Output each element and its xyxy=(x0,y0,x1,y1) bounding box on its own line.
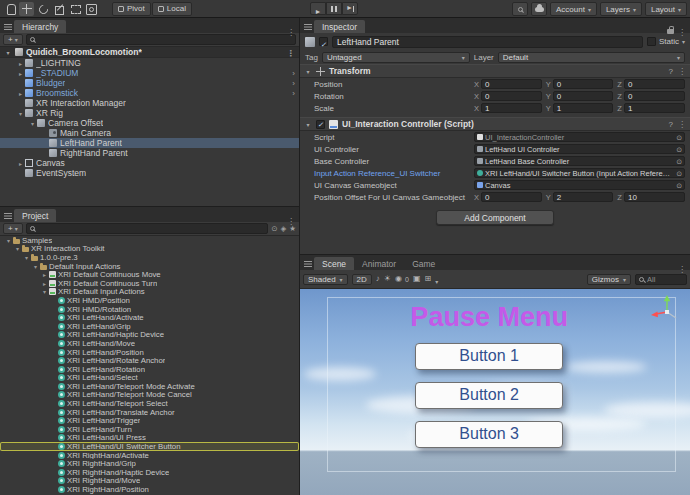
ui-button[interactable]: Button 2 xyxy=(415,382,563,409)
project-row[interactable]: XRI HMD/Position xyxy=(0,296,299,305)
z-input[interactable]: 1 xyxy=(624,103,685,113)
search-by-type-icon[interactable] xyxy=(271,224,277,233)
panel-menu-icon[interactable] xyxy=(287,210,295,228)
fold-arrow-icon[interactable] xyxy=(16,88,25,98)
project-row[interactable]: XRI LeftHand/Teleport Mode Cancel xyxy=(0,391,299,400)
project-row[interactable]: XRI RightHand/Move xyxy=(0,477,299,486)
hierarchy-search-input[interactable] xyxy=(26,34,296,45)
hierarchy-row[interactable]: Broomstick xyxy=(0,88,299,98)
fold-arrow-icon[interactable] xyxy=(31,262,40,271)
fold-arrow-icon[interactable] xyxy=(16,68,25,78)
help-icon[interactable] xyxy=(669,119,673,129)
play-button[interactable] xyxy=(310,2,326,15)
object-picker-icon[interactable] xyxy=(674,169,682,178)
tool-button[interactable] xyxy=(67,2,82,16)
panel-menu-icon[interactable] xyxy=(678,258,686,276)
object-picker-icon[interactable] xyxy=(674,145,682,154)
project-row[interactable]: XRI LeftHand/Move xyxy=(0,339,299,348)
project-row[interactable]: XRI Default Continuous Move xyxy=(0,270,299,279)
tool-button[interactable] xyxy=(3,2,18,16)
gizmos-dropdown[interactable]: Gizmos xyxy=(587,274,631,285)
create-object-button[interactable]: + xyxy=(3,34,23,45)
project-row[interactable]: XRI HMD/Rotation xyxy=(0,305,299,314)
fold-arrow-icon[interactable] xyxy=(28,118,37,128)
project-row[interactable]: Default Input Actions xyxy=(0,262,299,271)
project-row[interactable]: XRI Default Continuous Turn xyxy=(0,279,299,288)
fold-arrow-icon[interactable] xyxy=(304,119,312,129)
object-reference-field[interactable]: XRI LeftHand/UI Switcher Button (Input A… xyxy=(474,168,685,178)
hierarchy-row[interactable]: Bludger xyxy=(0,78,299,88)
project-row[interactable]: XRI LeftHand/Activate xyxy=(0,313,299,322)
hierarchy-row[interactable]: Canvas xyxy=(0,158,299,168)
active-checkbox[interactable] xyxy=(319,37,328,46)
fold-arrow-icon[interactable] xyxy=(304,66,312,76)
lock-icon[interactable] xyxy=(667,29,674,34)
project-row[interactable]: XRI LeftHand/Translate Anchor xyxy=(0,408,299,417)
script-component-header[interactable]: UI_Interaction Controller (Script) xyxy=(300,117,690,131)
project-row[interactable]: XRI LeftHand/UI Press xyxy=(0,434,299,443)
hierarchy-row[interactable]: XR Interaction Manager xyxy=(0,98,299,108)
tool-button[interactable] xyxy=(19,2,34,16)
tab-project[interactable]: Project xyxy=(14,209,56,222)
project-row[interactable]: XR Interaction Toolkit xyxy=(0,245,299,254)
transform-component-header[interactable]: Transform xyxy=(300,64,690,78)
tab-inspector[interactable]: Inspector xyxy=(314,20,365,33)
fold-arrow-icon[interactable] xyxy=(16,58,25,68)
panel-menu-icon[interactable] xyxy=(678,21,686,39)
project-row[interactable]: XRI RightHand/Position xyxy=(0,485,299,494)
project-row[interactable]: Samples xyxy=(0,236,299,245)
z-input[interactable]: 0 xyxy=(624,91,685,101)
effects-toggle-icon[interactable] xyxy=(384,275,391,283)
tab-hierarchy[interactable]: Hierarchy xyxy=(14,20,66,33)
pane-menu-icon[interactable] xyxy=(304,23,312,31)
y-input[interactable]: 0 xyxy=(553,79,614,89)
fold-arrow-icon[interactable] xyxy=(16,108,25,118)
project-row[interactable]: XRI RightHand/Grip xyxy=(0,459,299,468)
project-row[interactable]: XRI LeftHand/Grip xyxy=(0,322,299,331)
component-menu-icon[interactable] xyxy=(678,119,686,129)
axis-gizmo[interactable] xyxy=(648,293,684,327)
pause-button[interactable] xyxy=(326,2,342,15)
pane-menu-icon[interactable] xyxy=(4,212,12,220)
y-input[interactable]: 2 xyxy=(553,192,614,202)
fold-arrow-icon[interactable] xyxy=(40,288,49,297)
audio-toggle-icon[interactable] xyxy=(376,275,380,283)
y-input[interactable]: 1 xyxy=(553,103,614,113)
step-button[interactable] xyxy=(342,2,358,15)
fold-arrow-icon[interactable] xyxy=(40,279,49,288)
z-input[interactable]: 0 xyxy=(624,79,685,89)
project-row[interactable]: 1.0.0-pre.3 xyxy=(0,253,299,262)
fold-arrow-icon[interactable] xyxy=(13,245,22,254)
fold-arrow-icon[interactable] xyxy=(40,270,49,279)
scene-viewport[interactable]: Pause Menu Button 1Button 2Button 3 xyxy=(300,289,690,495)
scene-visibility-icon[interactable] xyxy=(395,275,402,283)
tool-button[interactable] xyxy=(51,2,66,16)
object-picker-icon[interactable] xyxy=(674,133,682,142)
project-row[interactable]: XRI LeftHand/UI Switcher Button xyxy=(0,442,299,451)
help-icon[interactable] xyxy=(669,66,673,76)
project-row[interactable]: XRI LeftHand/Turn xyxy=(0,425,299,434)
project-row[interactable]: XRI RightHand/Haptic Device xyxy=(0,468,299,477)
add-component-button[interactable]: Add Component xyxy=(436,210,554,225)
x-input[interactable]: 1 xyxy=(481,103,542,113)
cloud-services-button[interactable] xyxy=(531,2,547,16)
object-picker-icon[interactable] xyxy=(674,157,682,166)
tool-button[interactable] xyxy=(83,2,98,16)
pane-menu-icon[interactable] xyxy=(304,260,312,268)
view-tab[interactable]: Scene xyxy=(314,257,354,270)
hierarchy-row[interactable]: LeftHand Parent xyxy=(0,138,299,148)
scene-header-row[interactable]: Quidich_BroomLocomotion* xyxy=(0,47,299,58)
hierarchy-row[interactable]: Main Camera xyxy=(0,128,299,138)
open-prefab-chevron-icon[interactable] xyxy=(292,68,295,78)
project-row[interactable]: XRI LeftHand/Haptic Device xyxy=(0,331,299,340)
project-row[interactable]: XRI RightHand/Activate xyxy=(0,451,299,460)
pivot-toggle[interactable]: Pivot xyxy=(112,2,151,16)
project-row[interactable]: XRI LeftHand/Trigger xyxy=(0,416,299,425)
camera-settings-icon[interactable] xyxy=(413,275,421,283)
project-row[interactable]: XRI LeftHand/Position xyxy=(0,348,299,357)
hierarchy-row[interactable]: _LIGHTING xyxy=(0,58,299,68)
shading-mode-dropdown[interactable]: Shaded xyxy=(303,274,348,285)
object-reference-field[interactable]: LeftHand UI Controller xyxy=(474,144,685,154)
hierarchy-row[interactable]: RightHand Parent xyxy=(0,148,299,158)
2d-toggle[interactable]: 2D xyxy=(352,274,372,285)
